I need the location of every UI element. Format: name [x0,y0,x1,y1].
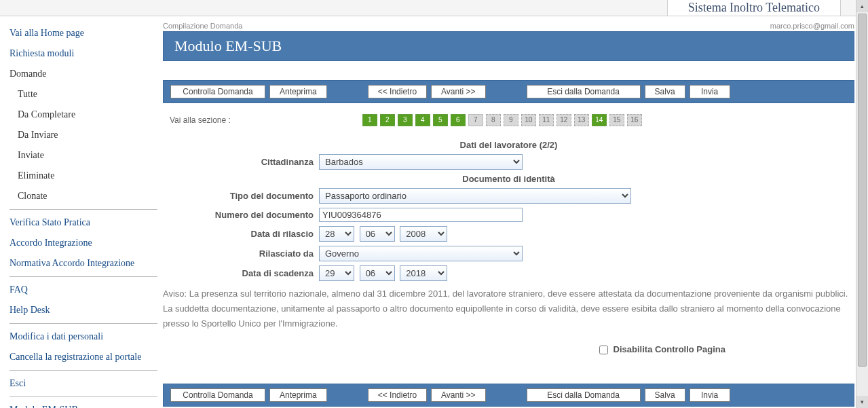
nav-domande-da-inviare[interactable]: Da Inviare [10,125,157,145]
step-9[interactable]: 9 [504,114,518,126]
numero-documento-label: Numero del documento [163,210,319,220]
nav-home[interactable]: Vai alla Home page [10,23,157,43]
page-title: Modulo EM-SUB [163,31,854,61]
salva-button-bottom[interactable]: Salva [645,388,685,402]
section-stepper: Vai alla sezione : 1 2 3 4 5 6 7 8 9 10 … [163,114,854,126]
rilasciato-da-label: Rilasciato da [163,248,319,259]
step-6[interactable]: 6 [451,114,466,126]
tipo-documento-label: Tipo del documento [163,191,319,201]
data-scadenza-year[interactable]: 2018 [400,265,447,281]
step-1[interactable]: 1 [362,114,377,126]
salva-button[interactable]: Salva [645,85,685,98]
disabilita-controllo-label[interactable]: Disabilita Controllo Pagina [597,344,725,354]
avanti-button-bottom[interactable]: Avanti >> [431,388,485,402]
disabilita-controllo-checkbox[interactable] [599,346,608,354]
notice-text: Aviso: La presenza sul territorio nazion… [163,286,854,331]
cittadinanza-select[interactable]: Barbados [319,154,523,170]
action-bar-bottom: Controlla Domanda Anteprima << Indietro … [163,384,854,407]
nav-domande[interactable]: Domande [10,64,157,84]
nav-modulo-emsub[interactable]: Modulo EM-SUB [10,400,157,408]
data-rilascio-year[interactable]: 2008 [400,226,447,242]
step-11[interactable]: 11 [539,114,554,126]
step-16[interactable]: 16 [627,114,642,126]
nav-domande-da-completare[interactable]: Da Completare [10,105,157,125]
controlla-domanda-button-bottom[interactable]: Controlla Domanda [170,388,265,402]
rilasciato-da-select[interactable]: Governo [319,246,523,261]
step-4[interactable]: 4 [415,114,430,126]
scroll-thumb[interactable] [858,14,867,367]
nav-domande-tutte[interactable]: Tutte [10,84,157,105]
invia-button[interactable]: Invia [690,85,730,98]
step-8[interactable]: 8 [486,114,501,126]
vertical-scrollbar[interactable]: ▴ ▾ [856,0,868,408]
nav-domande-clonate[interactable]: Clonate [10,186,157,206]
step-3[interactable]: 3 [398,114,413,126]
step-5[interactable]: 5 [433,114,448,126]
nav-normativa-accordo[interactable]: Normativa Accordo Integrazione [10,253,157,274]
cittadinanza-label: Cittadinanza [163,157,319,167]
controlla-domanda-button[interactable]: Controlla Domanda [170,85,265,98]
invia-button-bottom[interactable]: Invia [690,388,730,402]
step-2[interactable]: 2 [380,114,395,126]
indietro-button[interactable]: << Indietro [368,85,427,98]
step-10[interactable]: 10 [521,114,536,126]
nav-domande-inviate[interactable]: Inviate [10,145,157,166]
section-nav-label: Vai alla sezione : [170,115,231,125]
data-scadenza-label: Data di scadenza [163,268,319,278]
esci-domanda-button-bottom[interactable]: Esci dalla Domanda [527,388,641,402]
disabilita-controllo-text: Disabilita Controllo Pagina [614,344,725,354]
nav-esci[interactable]: Esci [10,373,157,394]
indietro-button-bottom[interactable]: << Indietro [368,388,427,402]
nav-verifica-stato[interactable]: Verifica Stato Pratica [10,212,157,233]
system-title: Sistema Inoltro Telematico [667,0,841,16]
scroll-up-icon[interactable]: ▴ [856,0,868,12]
form-heading-worker: Dati del lavoratore (2/2) [163,140,854,150]
data-scadenza-month[interactable]: 06 [360,265,395,281]
step-7-current[interactable]: 7 [468,114,483,126]
nav-richiesta-moduli[interactable]: Richiesta moduli [10,43,157,64]
anteprima-button-bottom[interactable]: Anteprima [269,388,327,402]
breadcrumb: Compilazione Domanda [163,22,242,30]
scroll-down-icon[interactable]: ▾ [856,396,868,408]
step-12[interactable]: 12 [556,114,571,126]
data-rilascio-label: Data di rilascio [163,229,319,239]
nav-helpdesk[interactable]: Help Desk [10,300,157,320]
nav-faq[interactable]: FAQ [10,280,157,300]
sidebar: Vai alla Home page Richiesta moduli Doma… [0,16,163,408]
nav-domande-eliminate[interactable]: Eliminate [10,166,157,186]
user-email: marco.prisco@gmail.com [770,22,854,30]
nav-modifica-dati[interactable]: Modifica i dati personali [10,327,157,347]
anteprima-button[interactable]: Anteprima [269,85,327,98]
form-heading-document: Documento di identità [163,174,854,184]
data-scadenza-day[interactable]: 29 [319,265,354,281]
nav-cancella-registrazione[interactable]: Cancella la registrazione al portale [10,347,157,367]
step-15[interactable]: 15 [609,114,624,126]
esci-domanda-button[interactable]: Esci dalla Domanda [527,85,641,98]
step-13[interactable]: 13 [574,114,589,126]
numero-documento-input[interactable] [319,208,523,222]
avanti-button[interactable]: Avanti >> [431,85,485,98]
nav-accordo-integrazione[interactable]: Accordo Integrazione [10,233,157,253]
step-14[interactable]: 14 [592,114,607,126]
main-content: Compilazione Domanda marco.prisco@gmail.… [163,16,868,408]
tipo-documento-select[interactable]: Passaporto ordinario [319,188,631,204]
data-rilascio-day[interactable]: 28 [319,226,354,242]
action-bar-top: Controlla Domanda Anteprima << Indietro … [163,80,854,103]
data-rilascio-month[interactable]: 06 [360,226,395,242]
